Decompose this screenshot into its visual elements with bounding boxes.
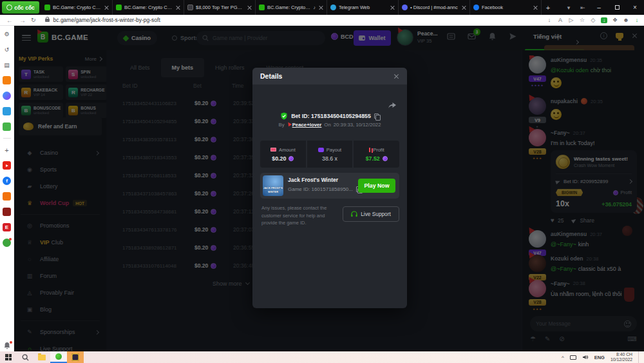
addressbar-icon[interactable]: ↓ (546, 17, 553, 23)
clock-date: 10/12/2022 (611, 357, 632, 362)
addressbar-icon[interactable]: ☻ (623, 17, 629, 23)
close-window-button[interactable]: × (626, 0, 644, 15)
tab-audio-icon[interactable]: ♪ (314, 5, 316, 10)
tab-title: BC.Game: Crypto Ca (267, 5, 311, 10)
game-thumbnail[interactable]: JACK FROST'SWINTER (263, 175, 283, 196)
addressbar-icon[interactable]: A (557, 17, 564, 23)
bet-author-row: By Peace+lover On 20:39:33, 10/12/2022 (252, 122, 407, 128)
coc-coc-logo[interactable]: cốc cốc (2, 1, 39, 14)
addressbar-icon[interactable]: ↓ (634, 17, 640, 23)
browser-tab[interactable]: Facebook (470, 0, 542, 15)
verified-shield-icon (280, 112, 288, 120)
new-tab-button[interactable]: + (542, 4, 554, 12)
bettor-username[interactable]: Peace+lover (287, 122, 322, 128)
addressbar-icons: ↓A▷☆◇↓❖☻↓ (546, 17, 640, 23)
game-card: JACK FROST'SWINTER Jack Frost's Winter G… (260, 173, 399, 199)
windows-taskbar: ^ ENG 8:40 CH 10/12/2022 (0, 351, 644, 363)
volume-icon[interactable] (582, 354, 589, 360)
url-text[interactable]: bc.game/game/jack-frost-s-winter-by-pg-s… (53, 17, 160, 23)
tab-list-icon[interactable]: ⇤ (576, 5, 590, 11)
bcd-coin-icon (289, 156, 294, 161)
coc-coc-brand-label: cốc cốc (14, 5, 35, 11)
tab-close-icon[interactable] (247, 5, 252, 10)
file-explorer-icon[interactable] (33, 351, 50, 363)
payout-stat: Payout 38.6 x (307, 141, 353, 168)
side-strip-icon[interactable] (3, 76, 11, 84)
modal-header: Details (252, 68, 407, 84)
minimize-button[interactable]: – (590, 0, 608, 15)
browser-addressbar: ← → ↻ bc.game/game/jack-frost-s-winter-b… (0, 15, 644, 26)
tab-favicon (402, 5, 408, 10)
profit-value: $7.52 (366, 155, 380, 162)
side-strip-icon[interactable]: ▤ (3, 61, 11, 69)
forward-icon[interactable]: → (19, 17, 26, 24)
side-strip-icon[interactable] (3, 239, 11, 247)
tab-favicon (44, 5, 50, 10)
side-strip-icon[interactable] (3, 192, 11, 201)
side-strip-icon[interactable] (3, 123, 11, 131)
tab-close-icon[interactable] (318, 5, 323, 10)
side-strip-icon[interactable] (3, 92, 11, 100)
live-support-button[interactable]: Live Support (343, 206, 399, 222)
play-now-button[interactable]: Play Now (358, 179, 395, 193)
addressbar-icon[interactable]: ▷ (568, 17, 574, 23)
browser-tab[interactable]: • Discord | #mod-annc (399, 0, 470, 15)
clock[interactable]: 8:40 CH 10/12/2022 (611, 352, 632, 363)
modal-close-icon[interactable] (393, 74, 399, 79)
browser-tab[interactable]: $8,000 Top Tier PGSoft: M (184, 0, 256, 15)
tab-close-icon[interactable] (390, 5, 395, 10)
tab-favicon (473, 5, 479, 10)
reload-icon[interactable]: ↻ (31, 17, 36, 23)
tab-title: • Discord | #mod-annc (410, 5, 459, 10)
ssl-lock-icon[interactable] (45, 19, 50, 22)
game-id-row: Game ID: 1601571858950... (288, 186, 361, 192)
side-strip-icon[interactable] (3, 138, 11, 139)
notifications-bell-icon[interactable] (3, 342, 11, 349)
payout-icon (318, 148, 324, 152)
profit-icon (369, 148, 371, 152)
copy-icon[interactable] (374, 113, 379, 119)
tab-search-icon[interactable]: ▾ (562, 5, 576, 11)
browser-tab[interactable]: BC.Game: Crypto Ca ♪ (256, 0, 327, 15)
tab-close-icon[interactable] (104, 5, 109, 10)
language-indicator[interactable]: ENG (594, 355, 605, 360)
tab-close-icon[interactable] (533, 5, 538, 10)
addressbar-icon[interactable]: ↓ (601, 17, 607, 23)
tab-title: BC.Game: Crypto Casino (124, 5, 173, 10)
side-strip-icon[interactable] (3, 161, 11, 170)
by-label: By (279, 122, 285, 128)
amount-value: $0.20 (272, 155, 286, 162)
side-strip-icon[interactable]: + (3, 146, 11, 154)
bet-id-value: Bet ID: 1751834504105294855 (291, 113, 371, 119)
show-desktop-button[interactable] (638, 351, 640, 363)
support-note: Any issues, please contact the customer … (261, 204, 340, 227)
amount-stat: Amount $0.20 (260, 141, 306, 168)
browser-tab[interactable]: BC.Game: Crypto Casino (41, 0, 113, 15)
taskbar-search-icon[interactable] (17, 351, 33, 363)
taskbar-active-app-icon[interactable] (67, 351, 84, 363)
browser-tab[interactable]: BC.Game: Crypto Casino (113, 0, 184, 15)
back-icon[interactable]: ← (6, 17, 13, 24)
side-strip-icon[interactable] (3, 107, 11, 115)
browser-tab[interactable]: Telegram Web (327, 0, 399, 15)
window-controls: ▾ ⇤ – × (562, 0, 644, 15)
profit-stat: Profit $7.52 (354, 141, 399, 168)
addressbar-icon[interactable]: ◇ (590, 17, 596, 23)
share-bet-icon[interactable] (388, 101, 397, 109)
taskbar-coc-coc-icon[interactable] (50, 351, 67, 363)
tab-close-icon[interactable] (175, 5, 180, 10)
side-strip-icon[interactable]: ⚙ (3, 30, 11, 38)
more-icon[interactable]: ⋯ (5, 352, 10, 358)
addressbar-icon[interactable]: ❖ (612, 17, 618, 23)
side-strip-icon[interactable]: f (3, 177, 11, 185)
side-strip-icon[interactable]: ↺ (3, 45, 11, 54)
live-support-label: Live Support (361, 211, 391, 217)
side-strip-bottom: ⋯ (0, 342, 14, 358)
side-strip-icon[interactable] (3, 208, 11, 216)
addressbar-icon[interactable]: ☆ (579, 17, 585, 23)
tray-expand-icon[interactable]: ^ (562, 355, 564, 360)
side-strip-icon[interactable]: E (3, 223, 11, 231)
maximize-button[interactable] (608, 0, 626, 15)
network-icon[interactable] (570, 355, 576, 360)
tab-close-icon[interactable] (461, 5, 466, 10)
